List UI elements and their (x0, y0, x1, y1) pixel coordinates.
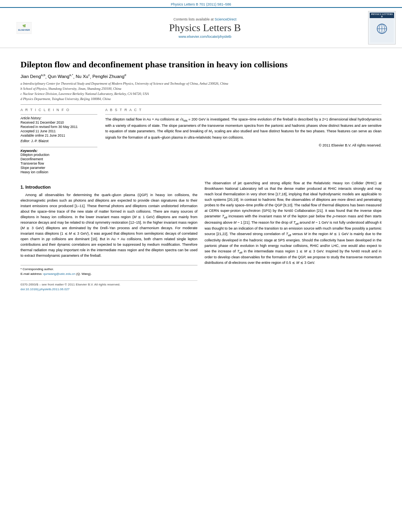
journal-url[interactable]: www.elsevier.com/locate/physletb (47, 35, 363, 39)
svg-rect-0 (17, 22, 32, 34)
sciencedirect-link[interactable]: ScienceDirect (215, 17, 237, 21)
intro-number: 1. (20, 185, 24, 189)
accepted-date: Accepted 11 June 2011 (20, 129, 97, 133)
contents-label: Contents lists available at (173, 17, 214, 21)
doi-line: doi:10.1016/j.physletb.2011.06.027 (20, 287, 197, 292)
info-abstract-row: A R T I C L E I N F O Article history: R… (20, 108, 382, 174)
body-left-column: 1. Introduction Among all observables fo… (20, 181, 197, 292)
thumb-label: PHYSICS LETTERS B (370, 13, 394, 18)
divider-1 (20, 104, 382, 105)
affil-b: b School of Physics, Shandong University… (20, 86, 382, 91)
intro-title: Introduction (25, 185, 50, 189)
journal-thumbnail: PHYSICS LETTERS B (368, 11, 396, 44)
svg-text:🌿: 🌿 (22, 24, 26, 28)
corresponding-author-note: * Corresponding author. (20, 267, 197, 272)
keyword-1: Dilepton production (20, 153, 97, 157)
affil-d: d Physics Department, Tsinghua Universit… (20, 96, 382, 102)
banner-title-area: Contents lists available at ScienceDirec… (47, 17, 363, 39)
abstract-column: A B S T R A C T The dilepton radial flow… (105, 108, 382, 174)
author1: Jian Denga,b (20, 74, 45, 79)
editor-name: J.-P. Blaizot (31, 139, 48, 143)
email-address[interactable]: qunwang@ustc.edu.cn (43, 272, 76, 276)
authors-line: Jian Denga,b, Qun Wanga,*, Nu Xuc, Pengf… (20, 74, 382, 79)
intro-section-title: 1. Introduction (20, 184, 197, 191)
received-date: Received 31 December 2010 (20, 120, 97, 124)
affil-a: a Interdisciplinary Center for Theoretic… (20, 81, 382, 86)
history-label: Article history: (20, 116, 97, 120)
email-suffix: (Q. Wang). (76, 272, 92, 276)
body-right-column: The observation of jet quenching and str… (205, 181, 382, 292)
online-date: Available online 21 June 2011 (20, 133, 97, 137)
editor-row: Editor: J.-P. Blaizot (20, 139, 97, 143)
elsevier-tree-icon: 🌿 ELSEVIER (17, 22, 32, 34)
keyword-5: Heavy ion collision (20, 170, 97, 174)
affiliations: a Interdisciplinary Center for Theoretic… (20, 81, 382, 101)
issn-line: 0370-2693/$ – see front matter © 2011 El… (20, 282, 197, 287)
keywords-block: Keywords: Dilepton production Deconfinem… (20, 147, 97, 174)
email-footnote: E-mail address: qunwang@ustc.edu.cn (Q. … (20, 272, 197, 276)
article-info-column: A R T I C L E I N F O Article history: R… (20, 108, 97, 174)
keywords-label: Keywords: (20, 149, 97, 153)
right-para-1: The observation of jet quenching and str… (205, 181, 382, 266)
keyword-2: Deconfinement (20, 157, 97, 161)
author3: Nu Xuc (76, 74, 90, 79)
bottom-bar: 0370-2693/$ – see front matter © 2011 El… (20, 280, 197, 292)
author2: Qun Wanga,* (48, 74, 73, 79)
abstract-label: A B S T R A C T (105, 108, 382, 112)
journal-title: Physics Letters B (47, 22, 363, 34)
abstract-body: The dilepton radial flow in Au + Au coll… (105, 117, 382, 139)
abstract-text: The dilepton radial flow in Au + Au coll… (105, 114, 382, 148)
revised-date: Received in revised form 30 May 2011 (20, 125, 97, 129)
doi-link[interactable]: doi:10.1016/j.physletb.2011.06.027 (20, 287, 70, 291)
svg-text:ELSEVIER: ELSEVIER (18, 29, 30, 31)
footnote-area: * Corresponding author. E-mail address: … (20, 265, 197, 276)
article-title: Dilepton flow and deconfinement phase tr… (20, 59, 382, 70)
article-content: Dilepton flow and deconfinement phase tr… (0, 48, 402, 296)
elsevier-logo-area: 🌿 ELSEVIER (6, 22, 42, 34)
email-label: E-mail address: (20, 272, 43, 276)
author4: Pengfei Zhuangd (92, 74, 126, 79)
body-content: 1. Introduction Among all observables fo… (20, 181, 382, 292)
banner-contents-text: Contents lists available at ScienceDirec… (47, 17, 363, 21)
article-info-label: A R T I C L E I N F O (20, 108, 97, 112)
copyright-text: © 2011 Elsevier B.V. All rights reserved… (105, 143, 382, 148)
keyword-3: Transverse flow (20, 161, 97, 165)
intro-para-1: Among all observables for determining th… (20, 193, 197, 258)
journal-cover-image (370, 19, 394, 43)
keyword-4: Slope parameter (20, 166, 97, 170)
affil-c: c Nuclear Science Division, Lawrence Ber… (20, 91, 382, 96)
article-history-block: Article history: Received 31 December 20… (20, 114, 97, 143)
journal-banner: 🌿 ELSEVIER Contents lists available at S… (0, 7, 402, 48)
journal-header: Physics Letters B 701 (2011) 581–586 (0, 0, 402, 7)
